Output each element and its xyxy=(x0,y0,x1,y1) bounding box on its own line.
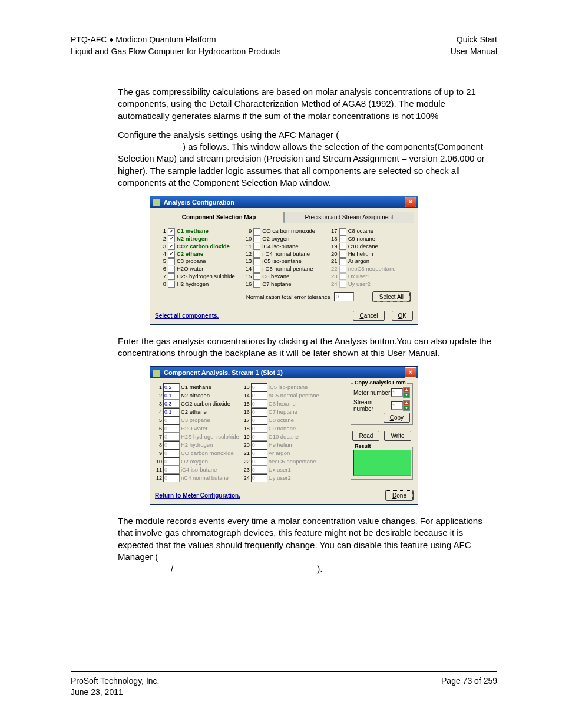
analysis-value-input xyxy=(163,474,180,482)
paragraph-3: Enter the gas analysis concentrations by… xyxy=(118,335,497,360)
dialog2-titlebar: Component Analysis, Stream 1 (Slot 1) × xyxy=(150,367,418,378)
component-label: Uy user2 xyxy=(348,281,371,288)
analysis-label: iC5 iso-pentane xyxy=(269,383,308,391)
component-checkbox[interactable] xyxy=(253,266,260,273)
cancel-button[interactable]: Cancel xyxy=(353,311,384,321)
component-checkbox[interactable] xyxy=(168,266,175,273)
component-number: 10 xyxy=(243,235,252,243)
select-all-button[interactable]: Select All xyxy=(373,292,410,302)
component-checkbox[interactable] xyxy=(168,243,175,250)
component-label: C2 ethane xyxy=(177,251,203,258)
analysis-number: 22 xyxy=(243,458,250,466)
ok-button[interactable]: OK xyxy=(392,311,413,321)
tab-precision-stream[interactable]: Precision and Stream Assignment xyxy=(284,212,414,223)
copy-button[interactable]: Copy xyxy=(384,413,410,423)
component-checkbox[interactable] xyxy=(339,243,346,250)
analysis-configuration-dialog: Analysis Configuration × Component Selec… xyxy=(150,196,418,325)
write-button[interactable]: Write xyxy=(384,431,411,441)
analysis-label: C8 octane xyxy=(269,416,294,424)
component-checkbox[interactable] xyxy=(253,281,260,288)
analysis-row: 9CO carbon monoxide xyxy=(155,449,239,457)
component-number: 9 xyxy=(243,228,252,235)
component-checkbox[interactable] xyxy=(168,251,175,258)
component-checkbox xyxy=(339,273,346,280)
analysis-label: C2 ethane xyxy=(181,408,207,416)
analysis-label: N2 nitrogen xyxy=(181,391,210,400)
tab-component-selection[interactable]: Component Selection Map xyxy=(154,212,284,223)
component-checkbox[interactable] xyxy=(339,228,346,235)
stream-down-icon[interactable]: ▼ xyxy=(403,406,410,411)
component-label: C10 decane xyxy=(348,243,378,251)
component-checkbox[interactable] xyxy=(339,251,346,258)
component-row: 15C6 hexane xyxy=(243,273,324,281)
header-rule xyxy=(71,62,497,62)
paragraph-1: The gas compressibility calculations are… xyxy=(118,86,497,122)
analysis-row: 15C6 hexane xyxy=(243,400,319,408)
component-row: 21Ar argon xyxy=(329,258,410,265)
normalization-input[interactable] xyxy=(334,292,354,301)
component-checkbox[interactable] xyxy=(253,251,260,258)
stream-number-input[interactable] xyxy=(391,401,403,410)
result-group: Result xyxy=(351,447,413,480)
component-checkbox[interactable] xyxy=(168,228,175,235)
component-row: 7H2S hydrogen sulphide xyxy=(158,273,239,281)
footer-page: Page 73 of 259 xyxy=(441,676,497,699)
component-label: C8 octane xyxy=(348,228,373,235)
analysis-number: 19 xyxy=(243,433,250,441)
component-checkbox[interactable] xyxy=(168,258,175,265)
component-number: 18 xyxy=(329,235,338,243)
analysis-number: 21 xyxy=(243,450,250,457)
close-icon[interactable]: × xyxy=(405,197,416,207)
normalization-label: Normalization total error tolerance xyxy=(246,294,330,300)
analysis-number: 3 xyxy=(155,400,162,408)
analysis-value-input xyxy=(251,457,267,466)
close-icon[interactable]: × xyxy=(405,367,416,378)
component-label: iC5 iso-pentane xyxy=(262,258,302,265)
meter-number-input[interactable] xyxy=(391,388,403,397)
component-number: 17 xyxy=(329,228,338,235)
analysis-number: 13 xyxy=(243,384,250,391)
analysis-value-input[interactable] xyxy=(163,408,180,416)
component-row: 23Ux user1 xyxy=(329,273,410,281)
analysis-label: neoC5 neopentane xyxy=(269,457,316,466)
component-checkbox[interactable] xyxy=(253,228,260,235)
component-checkbox[interactable] xyxy=(253,243,260,250)
analysis-label: H2 hydrogen xyxy=(181,441,213,449)
paragraph-2: Configure the analysis settings using th… xyxy=(118,129,497,189)
component-label: H2 hydrogen xyxy=(177,281,209,288)
component-checkbox[interactable] xyxy=(253,235,260,242)
read-button[interactable]: Read xyxy=(352,431,379,441)
component-row: 10O2 oxygen xyxy=(243,235,324,243)
component-checkbox[interactable] xyxy=(168,273,175,280)
stream-up-icon[interactable]: ▲ xyxy=(403,400,410,406)
dialog2-status-link[interactable]: Return to Meter Configuration. xyxy=(155,492,240,499)
analysis-value-input[interactable] xyxy=(163,400,180,408)
analysis-number: 1 xyxy=(155,384,162,391)
analysis-row: 13iC5 iso-pentane xyxy=(243,383,319,391)
done-button[interactable]: Done xyxy=(386,490,413,500)
analysis-number: 24 xyxy=(243,475,250,482)
paragraph-4c: ). xyxy=(317,564,322,574)
app-icon xyxy=(153,370,160,377)
component-checkbox[interactable] xyxy=(339,258,346,265)
analysis-row: 11iC4 iso-butane xyxy=(155,466,239,474)
component-row: 9CO carbon monoxide xyxy=(243,228,324,235)
component-row: 20He helium xyxy=(329,251,410,258)
result-legend: Result xyxy=(353,443,372,449)
component-checkbox[interactable] xyxy=(339,235,346,242)
analysis-row: 4C2 ethane xyxy=(155,408,239,416)
component-checkbox[interactable] xyxy=(253,273,260,280)
meter-down-icon[interactable]: ▼ xyxy=(403,393,410,398)
footer-company: ProSoft Technology, Inc. xyxy=(71,676,159,687)
analysis-value-input[interactable] xyxy=(163,391,180,400)
meter-up-icon[interactable]: ▲ xyxy=(403,387,410,393)
analysis-number: 20 xyxy=(243,442,250,449)
dialog1-status-link[interactable]: Select all components. xyxy=(155,312,219,319)
component-number: 11 xyxy=(243,243,252,251)
component-checkbox[interactable] xyxy=(253,258,260,265)
header-left-2: Liquid and Gas Flow Computer for Hydroca… xyxy=(71,46,280,58)
component-checkbox[interactable] xyxy=(168,235,175,242)
component-checkbox[interactable] xyxy=(168,281,175,288)
paragraph-2a: Configure the analysis settings using th… xyxy=(118,130,339,140)
analysis-value-input[interactable] xyxy=(163,383,180,391)
